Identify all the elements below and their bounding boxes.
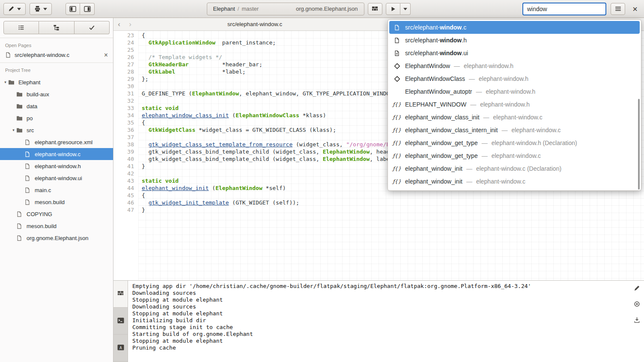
panel-tab-build-output[interactable] bbox=[113, 281, 128, 308]
document-icon bbox=[16, 223, 24, 229]
symbol-class-icon bbox=[393, 75, 401, 83]
log-line: Stopping at module elephant bbox=[132, 310, 640, 317]
search-result[interactable]: ƒ{}ELEPHANT_WINDOW—elephant-window.h bbox=[389, 98, 640, 111]
search-result[interactable]: ElephantWindow—elephant-window.h bbox=[389, 59, 640, 72]
branch-name: master bbox=[242, 6, 259, 12]
open-page-item[interactable]: src/elephant-window.c× bbox=[0, 50, 113, 61]
result-name: elephant_window_get_type bbox=[405, 152, 478, 159]
search-result[interactable]: ƒ{}elephant_window_class_init—elephant-w… bbox=[389, 111, 640, 124]
tree-item-Elephant[interactable]: ▾Elephant bbox=[0, 76, 113, 88]
sidebar-tab-tree[interactable] bbox=[39, 21, 74, 34]
toggle-right-panel-button[interactable] bbox=[80, 3, 95, 15]
tree-item-main.c[interactable]: main.c bbox=[0, 184, 113, 196]
record-button[interactable] bbox=[633, 301, 641, 309]
tree-item-label: main.c bbox=[35, 187, 51, 193]
run-options-button[interactable] bbox=[400, 3, 411, 15]
run-button[interactable] bbox=[386, 3, 400, 15]
document-icon bbox=[393, 24, 401, 31]
search-result[interactable]: ƒ{}elephant_window_class_intern_init—ele… bbox=[389, 124, 640, 136]
sidebar-tab-checks[interactable] bbox=[75, 21, 110, 34]
headerbar-left bbox=[3, 3, 95, 15]
log-line: Pruning cache bbox=[132, 344, 640, 351]
headerbar: Elephant/master org.gnome.Elephant.json bbox=[0, 0, 644, 18]
search-result[interactable]: src/elephant-window.ui bbox=[389, 47, 640, 59]
expander-icon[interactable]: ▾ bbox=[3, 80, 8, 84]
line-number: 28 bbox=[113, 68, 134, 75]
tree-item-elephant-window.c[interactable]: elephant-window.c bbox=[0, 148, 113, 160]
result-name: ELEPHANT_WINDOW bbox=[405, 101, 466, 108]
log-line: Downloading sources bbox=[132, 290, 640, 297]
tree-item-label: elephant-window.c bbox=[35, 151, 80, 157]
open-pages-label: Open Pages bbox=[0, 38, 113, 50]
search-result[interactable]: ElephantWindowClass—elephant-window.h bbox=[389, 72, 640, 85]
code-line: { bbox=[142, 192, 644, 199]
search-result[interactable]: ƒ{}elephant_window_init—elephant-window.… bbox=[389, 162, 640, 175]
tree-item-elephant-window.h[interactable]: elephant-window.h bbox=[0, 160, 113, 172]
symbol-function-icon: ƒ{} bbox=[393, 139, 401, 147]
panel-tab-runtime-terminal[interactable]: A bbox=[113, 335, 128, 362]
device-menu-button[interactable] bbox=[30, 3, 52, 15]
path-separator: / bbox=[238, 6, 239, 12]
terminal-a-icon: A bbox=[117, 344, 124, 352]
tree-item-COPYING[interactable]: COPYING bbox=[0, 208, 113, 220]
menu-button[interactable] bbox=[611, 3, 625, 15]
tree-item-src[interactable]: ▾src bbox=[0, 124, 113, 136]
tree-item-meson.build[interactable]: meson.build bbox=[0, 220, 113, 232]
search-result[interactable]: src/elephant-window.c bbox=[389, 21, 640, 34]
save-log-button[interactable] bbox=[633, 317, 641, 324]
pen-menu-button[interactable] bbox=[3, 3, 26, 15]
symbol-function-icon: ƒ{} bbox=[393, 178, 401, 185]
build-log: Emptying app dir '/home/christian/.cache… bbox=[128, 281, 644, 362]
pen-icon bbox=[634, 285, 640, 293]
close-icon[interactable]: × bbox=[104, 52, 108, 58]
search-result[interactable]: src/elephant-window.h bbox=[389, 34, 640, 47]
tree-item-org.gnome.Elephant.json[interactable]: org.gnome.Elephant.json bbox=[0, 232, 113, 244]
tree-item-data[interactable]: data bbox=[0, 100, 113, 112]
dash-separator: — bbox=[469, 75, 475, 82]
build-button[interactable] bbox=[368, 3, 382, 15]
omnibar[interactable]: Elephant/master org.gnome.Elephant.json bbox=[207, 3, 364, 15]
result-name: elephant_window_class_init bbox=[405, 114, 480, 121]
tree-item-elephant.gresource.xml[interactable]: elephant.gresource.xml bbox=[0, 136, 113, 148]
panel-tab-terminal[interactable] bbox=[113, 308, 128, 335]
tree-item-label: meson.build bbox=[27, 223, 57, 229]
line-number: 32 bbox=[113, 97, 134, 104]
tree-item-meson.build[interactable]: meson.build bbox=[0, 196, 113, 208]
sidebar-tab-list[interactable] bbox=[3, 21, 39, 34]
back-button[interactable]: ‹ bbox=[113, 18, 125, 30]
tree-item-build-aux[interactable]: build-aux bbox=[0, 88, 113, 100]
tree-item-label: meson.build bbox=[35, 199, 65, 205]
line-number: 42 bbox=[113, 170, 134, 177]
list-icon bbox=[18, 24, 24, 31]
chevron-down-icon bbox=[17, 8, 21, 10]
line-number: 26 bbox=[113, 53, 134, 61]
expander-icon[interactable]: ▾ bbox=[11, 128, 16, 132]
search-result[interactable]: ƒ{} bbox=[389, 188, 640, 191]
tree-item-label: build-aux bbox=[27, 91, 49, 98]
search-results-popover: src/elephant-window.csrc/elephant-window… bbox=[388, 19, 641, 191]
line-number: 37 bbox=[113, 134, 134, 141]
log-line: Stopping at module elephant bbox=[132, 338, 640, 344]
search-result[interactable]: ƒ{}elephant_window_init—elephant-window.… bbox=[389, 175, 640, 188]
document-icon bbox=[16, 211, 24, 217]
close-window-button[interactable]: × bbox=[629, 3, 641, 15]
result-file: elephant-window.h bbox=[480, 101, 530, 108]
result-file: elephant-window.c bbox=[511, 127, 561, 134]
toggle-left-panel-button[interactable] bbox=[66, 3, 80, 15]
dash-separator: — bbox=[476, 88, 482, 95]
sidebar-toolbar bbox=[0, 18, 113, 38]
search-input[interactable] bbox=[522, 3, 606, 15]
log-line: Stopping at module elephant bbox=[132, 297, 640, 303]
document-icon bbox=[24, 151, 32, 157]
log-line: Downloading sources bbox=[132, 303, 640, 310]
result-file: elephant-window.h bbox=[486, 88, 535, 95]
search-result[interactable]: ƒ{}elephant_window_get_type—elephant-win… bbox=[389, 136, 640, 149]
tree-item-po[interactable]: po bbox=[0, 112, 113, 124]
log-line: Initializing build dir bbox=[132, 317, 640, 324]
tree-item-elephant-window.ui[interactable]: elephant-window.ui bbox=[0, 172, 113, 184]
clear-log-button[interactable] bbox=[633, 285, 641, 293]
search-result[interactable]: ElephantWindow_autoptr—elephant-window.h bbox=[389, 85, 640, 98]
forward-button[interactable]: › bbox=[125, 18, 136, 30]
search-result[interactable]: ƒ{}elephant_window_get_type—elephant-win… bbox=[389, 149, 640, 162]
popover-scrollbar[interactable] bbox=[638, 99, 640, 190]
